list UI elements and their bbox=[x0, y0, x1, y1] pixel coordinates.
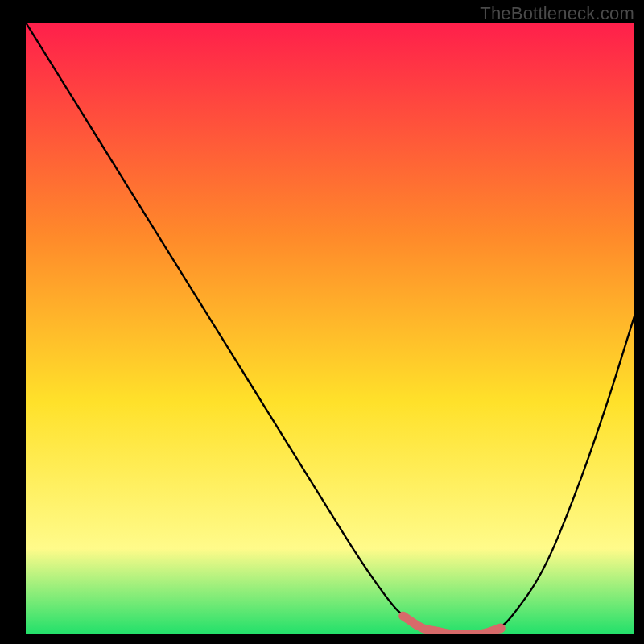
bottleneck-chart bbox=[26, 23, 634, 634]
chart-frame: TheBottleneck.com bbox=[0, 0, 644, 644]
gradient-background bbox=[26, 23, 634, 634]
plot-area bbox=[26, 23, 634, 634]
watermark-label: TheBottleneck.com bbox=[480, 3, 634, 24]
optimal-range-end-dot bbox=[496, 623, 506, 633]
